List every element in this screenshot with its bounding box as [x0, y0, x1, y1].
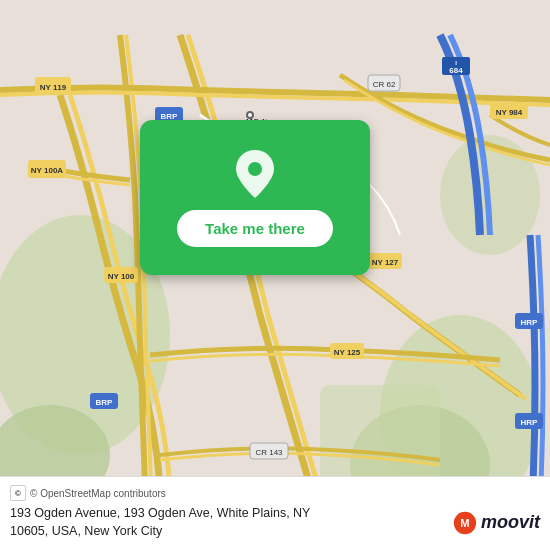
osm-logo: © [10, 485, 26, 501]
svg-text:NY 127: NY 127 [372, 258, 399, 267]
svg-text:HRP: HRP [521, 418, 539, 427]
address-row: 193 Ogden Avenue, 193 Ogden Ave, White P… [10, 505, 540, 540]
svg-text:684: 684 [449, 66, 463, 75]
attribution-row: © © OpenStreetMap contributors [10, 485, 540, 501]
svg-text:CR 62: CR 62 [373, 80, 396, 89]
svg-rect-6 [320, 385, 440, 485]
svg-text:CR 143: CR 143 [255, 448, 283, 457]
address-line2: 10605, USA, New York City [10, 524, 162, 538]
svg-text:HRP: HRP [521, 318, 539, 327]
moovit-brand-icon: M [453, 511, 477, 535]
svg-text:NY 125: NY 125 [334, 348, 361, 357]
address-text: 193 Ogden Avenue, 193 Ogden Ave, White P… [10, 505, 443, 540]
map-container: NY 119 NY 100A BRP BRP NY 100 I 684 CR 6… [0, 0, 550, 550]
location-pin-icon [229, 148, 281, 200]
svg-text:NY 100: NY 100 [108, 272, 135, 281]
svg-point-37 [248, 113, 252, 117]
bottom-bar: © © OpenStreetMap contributors 193 Ogden… [0, 476, 550, 550]
svg-text:BRP: BRP [96, 398, 114, 407]
svg-text:NY 984: NY 984 [496, 108, 523, 117]
attribution-text: © OpenStreetMap contributors [30, 488, 166, 499]
svg-text:NY 100A: NY 100A [31, 166, 64, 175]
action-card: Take me there [140, 120, 370, 275]
moovit-logo: M moovit [453, 511, 540, 535]
svg-point-38 [248, 162, 262, 176]
map-background: NY 119 NY 100A BRP BRP NY 100 I 684 CR 6… [0, 0, 550, 550]
svg-text:M: M [460, 517, 469, 529]
moovit-text: moovit [481, 512, 540, 533]
take-me-there-button[interactable]: Take me there [177, 210, 333, 247]
svg-text:NY 119: NY 119 [40, 83, 67, 92]
address-line1: 193 Ogden Avenue, 193 Ogden Ave, White P… [10, 506, 310, 520]
